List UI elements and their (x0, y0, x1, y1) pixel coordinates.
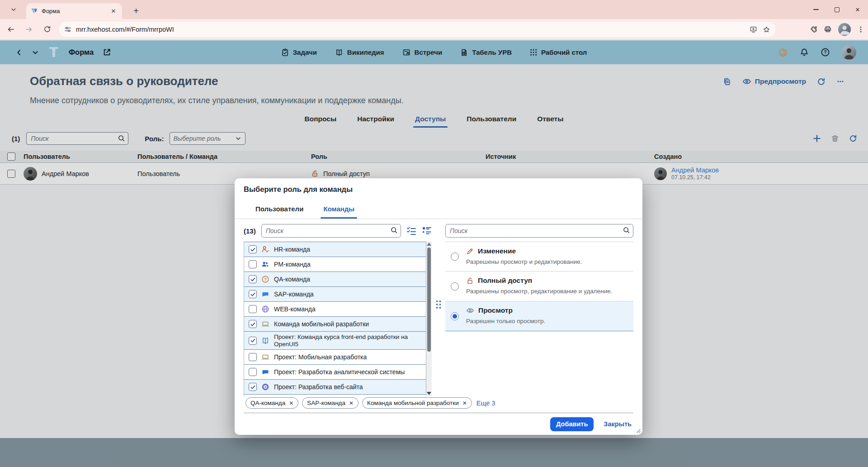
eye-icon (466, 306, 474, 315)
list-view-icon[interactable] (422, 226, 432, 235)
back-button[interactable] (4, 22, 18, 37)
search-icon[interactable] (390, 226, 398, 234)
app-back-icon[interactable] (15, 49, 23, 56)
team-row-pm[interactable]: PM-команда (244, 257, 426, 272)
role-option-full-access[interactable]: Полный доступ Разрешены просмотр, редакт… (445, 272, 633, 301)
scroll-down-icon[interactable] (427, 392, 431, 395)
forward-button[interactable] (22, 22, 36, 37)
scroll-up-icon[interactable] (427, 243, 431, 246)
browser-profile-avatar[interactable] (838, 23, 851, 36)
scrollbar-thumb[interactable] (427, 248, 431, 352)
nav-item-desktop[interactable]: Рабочий стол (530, 48, 587, 56)
extensions-icon[interactable] (809, 25, 817, 33)
team-checkbox[interactable] (249, 260, 257, 268)
install-app-icon[interactable] (750, 26, 757, 33)
team-row-openui5-course[interactable]: Проект: Команда курса front-end разработ… (244, 332, 426, 350)
window-controls: ✕ (806, 0, 868, 19)
resize-handle-icon[interactable] (636, 428, 641, 433)
app-logo (48, 46, 60, 59)
grid-icon (530, 48, 538, 56)
role-option-view[interactable]: Просмотр Разрешен только просмотр. (445, 301, 633, 331)
team-row-hr[interactable]: HR-команда (244, 242, 426, 257)
notifications-bell-icon[interactable] (800, 48, 809, 57)
team-checkbox[interactable] (249, 383, 257, 391)
team-checkbox[interactable] (249, 245, 257, 253)
url-text: mrr.hxehost.com/#/Form/mrrpoWI (76, 26, 744, 33)
team-label: PM-команда (274, 261, 423, 268)
new-tab-button[interactable]: + (129, 4, 143, 18)
role-radio[interactable] (451, 282, 459, 291)
gear-icon (261, 383, 269, 391)
dialog-tab-teams[interactable]: Команды (323, 199, 354, 219)
chip-remove-icon[interactable]: ✕ (462, 400, 467, 406)
people-icon (261, 260, 269, 268)
tab-search-button[interactable] (7, 3, 20, 16)
team-checkbox[interactable] (249, 337, 257, 345)
nav-item-meetings[interactable]: Встречи (402, 48, 443, 57)
window-close-button[interactable]: ✕ (847, 0, 868, 19)
dialog-tab-users[interactable]: Пользователи (255, 199, 303, 219)
role-radio[interactable] (451, 253, 459, 261)
role-description: Разрешен только просмотр. (466, 318, 628, 324)
team-row-mobile-team[interactable]: Команда мобильной разработки (244, 317, 426, 332)
bookmark-star-icon[interactable] (763, 26, 770, 33)
browser-tabstrip: Форма ✕ + ✕ (0, 0, 868, 19)
browser-tab[interactable]: Форма ✕ (26, 3, 122, 19)
team-row-qa[interactable]: ? QA-команда (244, 272, 426, 287)
reload-button[interactable] (40, 22, 54, 37)
browser-menu-icon[interactable] (857, 26, 864, 33)
app-title: Форма (69, 48, 94, 57)
multiselect-icon[interactable] (406, 226, 416, 235)
site-settings-icon[interactable] (64, 26, 71, 33)
window-maximize-button[interactable] (826, 0, 847, 19)
help-icon[interactable]: ? (821, 48, 830, 57)
team-label: Проект: Разработка аналитической системы (274, 368, 423, 376)
selected-teams-field[interactable]: QA-команда ✕ SAP-команда ✕ Команда мобил… (244, 396, 633, 413)
chip-sap: SAP-команда ✕ (302, 397, 359, 409)
role-description: Разрешены просмотр и редактирование. (466, 258, 628, 265)
open-book-icon (261, 337, 269, 345)
team-checkbox[interactable] (249, 275, 257, 283)
team-row-analytics-project[interactable]: Проект: Разработка аналитической системы (244, 365, 426, 380)
svg-text:?: ? (824, 49, 826, 55)
team-label: Проект: Мобильная разработка (274, 353, 423, 361)
team-label: Проект: Команда курса front-end разработ… (274, 334, 423, 348)
chip-mobile-team: Команда мобильной разработки ✕ (362, 397, 472, 409)
open-external-icon[interactable] (103, 48, 111, 57)
app-chevron-down-icon[interactable] (32, 49, 39, 56)
team-checkbox[interactable] (249, 290, 257, 298)
teams-search-input[interactable] (261, 224, 401, 238)
chip-remove-icon[interactable]: ✕ (289, 400, 293, 406)
add-button[interactable]: Добавить (550, 417, 594, 431)
role-title: Полный доступ (478, 276, 532, 285)
close-button[interactable]: Закрыть (604, 420, 632, 428)
user-avatar[interactable] (842, 45, 856, 60)
flag-icon (261, 290, 269, 298)
product-ring-icon[interactable] (778, 48, 788, 57)
team-row-sap[interactable]: SAP-команда (244, 287, 426, 302)
roles-search-input[interactable] (445, 224, 633, 238)
role-radio-selected[interactable] (451, 312, 459, 320)
nav-item-tasks[interactable]: Задачи (281, 48, 317, 57)
dialog-tabbar: Пользователи Команды (235, 199, 642, 219)
print-icon[interactable] (824, 25, 832, 33)
team-row-mobile-project[interactable]: Проект: Мобильная разработка (244, 350, 426, 365)
nav-item-timesheet[interactable]: Табель УРВ (460, 48, 512, 57)
search-icon[interactable] (623, 226, 630, 234)
team-row-web[interactable]: WEB-команда (244, 302, 426, 317)
role-option-edit[interactable]: Изменение Разрешены просмотр и редактиро… (445, 242, 633, 272)
team-checkbox[interactable] (249, 353, 257, 361)
team-checkbox[interactable] (249, 368, 257, 376)
team-row-website-project[interactable]: Проект: Разработка веб-сайта (244, 380, 426, 395)
nav-item-wiki[interactable]: Википедия (335, 48, 384, 57)
splitter-grip[interactable] (436, 300, 441, 309)
chip-remove-icon[interactable]: ✕ (349, 400, 354, 406)
address-bar[interactable]: mrr.hxehost.com/#/Form/mrrpoWI (59, 22, 776, 37)
tab-close-icon[interactable]: ✕ (109, 7, 118, 15)
team-checkbox[interactable] (249, 305, 257, 313)
chip-label: SAP-команда (307, 400, 345, 406)
teams-scrollbar[interactable] (426, 242, 432, 396)
more-chips-link[interactable]: Еще 3 (476, 400, 495, 407)
window-minimize-button[interactable] (806, 0, 826, 19)
team-checkbox[interactable] (249, 320, 257, 328)
